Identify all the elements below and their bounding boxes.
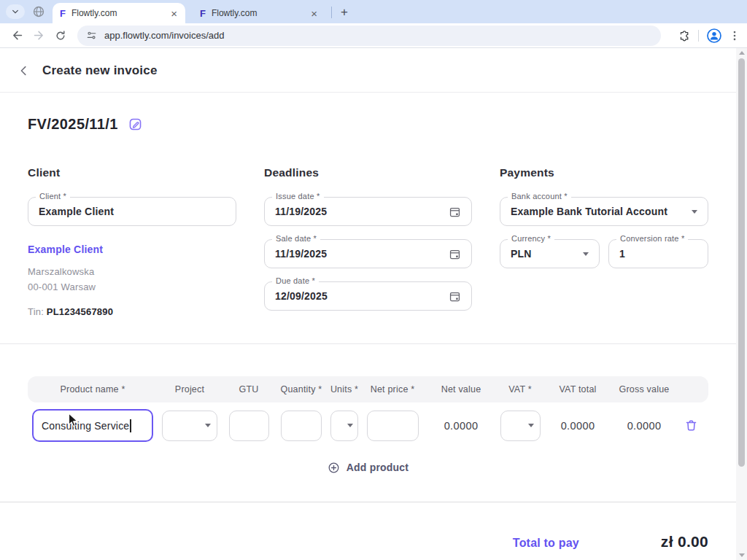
client-heading: Client bbox=[28, 166, 236, 179]
col-net-value: Net value bbox=[423, 384, 499, 394]
issue-date-label: Issue date * bbox=[272, 192, 324, 201]
gross-value: 0.0000 bbox=[627, 420, 662, 432]
forward-arrow-icon bbox=[33, 29, 45, 42]
reload-icon bbox=[55, 30, 66, 42]
due-date-field[interactable]: Due date * 12/09/2025 bbox=[264, 281, 472, 311]
browser-toolbar: app.flowtly.com/invoices/add bbox=[0, 23, 747, 48]
flowtly-favicon: F bbox=[60, 8, 66, 19]
client-select[interactable]: Client * Example Client bbox=[28, 197, 236, 226]
bank-account-label: Bank account * bbox=[508, 192, 571, 201]
col-product-name: Product name * bbox=[28, 384, 158, 394]
due-date-value: 12/09/2025 bbox=[275, 290, 328, 302]
totals-divider bbox=[0, 502, 736, 502]
tab-search-button[interactable] bbox=[6, 4, 25, 19]
currency-select[interactable]: Currency * PLN bbox=[500, 239, 600, 268]
chevron-down-icon bbox=[583, 252, 589, 256]
globe-icon bbox=[32, 5, 45, 18]
invoice-page: Create new invoice FV/2025/11/1 Client C… bbox=[0, 49, 736, 560]
edit-invoice-number-icon[interactable] bbox=[128, 117, 142, 131]
scrollbar-up-arrow[interactable] bbox=[736, 48, 747, 58]
tab-separator bbox=[331, 7, 332, 18]
flowtly-favicon: F bbox=[200, 8, 206, 19]
plus-circle-icon bbox=[328, 462, 340, 474]
col-net-price: Net price * bbox=[362, 384, 423, 394]
chevron-down-icon bbox=[347, 424, 353, 427]
conversion-rate-value: 1 bbox=[619, 248, 625, 260]
vat-total-value: 0.0000 bbox=[561, 420, 595, 432]
calendar-icon[interactable] bbox=[449, 206, 461, 218]
menu-kebab-icon[interactable] bbox=[729, 30, 740, 42]
conversion-rate-label: Conversion rate * bbox=[616, 234, 688, 243]
toolbar-separator bbox=[698, 30, 699, 42]
client-address: Marszalkowska 00-001 Warsaw bbox=[28, 265, 236, 295]
page-scrollbar[interactable] bbox=[736, 48, 747, 560]
calendar-icon[interactable] bbox=[449, 290, 461, 303]
url-bar[interactable]: app.flowtly.com/invoices/add bbox=[77, 26, 661, 46]
product-name-value: Consulting Service bbox=[42, 420, 129, 432]
payments-section: Payments Bank account * Example Bank Tut… bbox=[500, 166, 708, 317]
payments-heading: Payments bbox=[500, 166, 708, 179]
total-to-pay-value: zł 0.00 bbox=[661, 533, 708, 551]
browser-tab-strip: F Flowtly.com × F Flowtly.com × + bbox=[0, 0, 747, 23]
delete-row-button[interactable] bbox=[684, 419, 698, 432]
sale-date-label: Sale date * bbox=[272, 234, 320, 243]
total-to-pay-label: Total to pay bbox=[513, 537, 579, 550]
sale-date-value: 11/19/2025 bbox=[275, 248, 327, 260]
bank-account-value: Example Bank Tutorial Account bbox=[511, 206, 667, 217]
browser-tab-active[interactable]: F Flowtly.com × bbox=[53, 3, 185, 23]
scrollbar-thumb[interactable] bbox=[738, 58, 745, 467]
project-select[interactable] bbox=[162, 411, 217, 441]
add-product-label: Add product bbox=[347, 462, 409, 473]
page-title: Create new invoice bbox=[42, 63, 158, 78]
due-date-label: Due date * bbox=[272, 276, 319, 285]
products-table-header: Product name * Project GTU Quantity * Un… bbox=[28, 376, 708, 402]
col-quantity: Quantity * bbox=[276, 384, 327, 394]
trash-icon bbox=[684, 419, 698, 432]
browser-tab-inactive[interactable]: F Flowtly.com × bbox=[193, 3, 325, 23]
vat-select[interactable] bbox=[500, 411, 541, 441]
units-select[interactable] bbox=[330, 411, 358, 441]
client-tin: Tin: PL1234567890 bbox=[28, 306, 236, 317]
col-gross-value: Gross value bbox=[614, 384, 674, 394]
profile-avatar-icon[interactable] bbox=[706, 28, 722, 44]
page-back-button[interactable] bbox=[18, 64, 31, 77]
col-vat: VAT * bbox=[499, 384, 541, 394]
col-project: Project bbox=[158, 384, 222, 394]
col-units: Units * bbox=[327, 384, 362, 394]
product-name-input[interactable]: Consulting Service bbox=[32, 409, 153, 442]
page-header: Create new invoice bbox=[0, 49, 736, 93]
reload-button[interactable] bbox=[51, 26, 70, 45]
currency-value: PLN bbox=[511, 248, 532, 260]
gtu-input[interactable] bbox=[229, 411, 269, 441]
section-divider bbox=[0, 343, 736, 344]
new-tab-button[interactable]: + bbox=[336, 5, 352, 20]
client-field-value: Example Client bbox=[39, 206, 114, 217]
tab-close-icon[interactable]: × bbox=[169, 8, 179, 19]
tin-label: Tin: bbox=[28, 306, 44, 317]
tab-title: Flowtly.com bbox=[212, 8, 303, 18]
currency-label: Currency * bbox=[508, 234, 554, 243]
client-name-link[interactable]: Example Client bbox=[28, 244, 236, 255]
client-section: Client Client * Example Client Example C… bbox=[28, 166, 236, 317]
back-button[interactable] bbox=[7, 26, 26, 45]
col-gtu: GTU bbox=[222, 384, 276, 394]
col-vat-total: VAT total bbox=[541, 384, 614, 394]
tin-value: PL1234567890 bbox=[47, 306, 113, 317]
net-price-input[interactable] bbox=[367, 411, 419, 441]
scrollbar-down-arrow[interactable] bbox=[736, 551, 747, 560]
add-product-button[interactable]: Add product bbox=[328, 462, 409, 474]
quantity-input[interactable] bbox=[281, 411, 322, 441]
site-settings-icon[interactable] bbox=[86, 30, 97, 41]
extensions-icon[interactable] bbox=[678, 29, 691, 42]
conversion-rate-input[interactable]: Conversion rate * 1 bbox=[608, 239, 708, 268]
totals-row: Total to pay zł 0.00 bbox=[0, 533, 736, 551]
tab-close-icon[interactable]: × bbox=[309, 8, 320, 19]
forward-button[interactable] bbox=[29, 26, 48, 45]
chevron-down-icon bbox=[528, 424, 534, 427]
chevron-down-icon bbox=[11, 7, 20, 16]
bank-account-select[interactable]: Bank account * Example Bank Tutorial Acc… bbox=[500, 197, 708, 226]
products-section: Product name * Project GTU Quantity * Un… bbox=[0, 376, 736, 474]
issue-date-field[interactable]: Issue date * 11/19/2025 bbox=[264, 197, 472, 226]
calendar-icon[interactable] bbox=[449, 248, 461, 260]
sale-date-field[interactable]: Sale date * 11/19/2025 bbox=[264, 239, 472, 268]
